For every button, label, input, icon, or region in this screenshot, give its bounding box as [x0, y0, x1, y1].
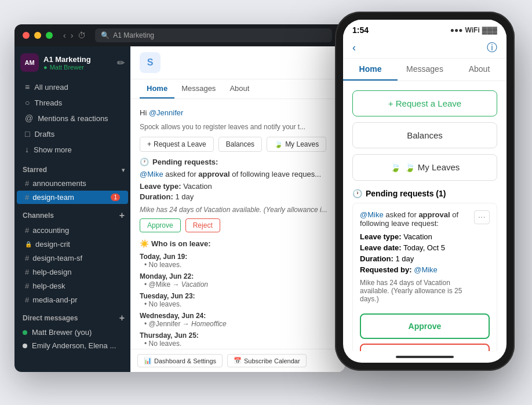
duration: Duration: 1 day: [140, 192, 336, 201]
phone-frame: 1:54 ●●● WiFi ▓▓▓ ‹ ⓘ Home Messages: [335, 12, 515, 371]
drafts-icon: □: [25, 129, 30, 138]
phone-plus-icon: +: [388, 98, 393, 108]
request-leave-button[interactable]: + Request a Leave: [140, 137, 214, 152]
hash-icon: #: [25, 282, 29, 290]
more-options-icon[interactable]: ···: [474, 210, 490, 224]
hash-icon: #: [25, 179, 29, 188]
my-leaves-button[interactable]: 🍃 My Leaves: [267, 137, 326, 152]
phone-status-bar: 1:54 ●●● WiFi ▓▓▓: [343, 20, 507, 37]
search-icon: 🔍: [101, 31, 110, 39]
phone-balances-button[interactable]: Balances: [352, 122, 497, 148]
workspace-avatar[interactable]: AM: [20, 53, 39, 72]
tab-home[interactable]: Home: [140, 79, 174, 98]
who-on-leave-section: ☀️ Who is on leave: Today, Jun 19: • No …: [140, 239, 336, 348]
tab-about[interactable]: About: [223, 79, 256, 98]
search-bar[interactable]: 🔍 A1 Marketing: [95, 28, 332, 42]
sidebar-channel-accounting[interactable]: # accounting: [17, 224, 128, 237]
channels-section: Channels + # accounting 🔒 design-crit: [14, 208, 130, 307]
mention-jennifer: @Jennifer: [149, 108, 183, 117]
all-unread-icon: ≡: [25, 82, 30, 92]
leaf-icon: 🍃: [274, 140, 283, 148]
sidebar-channel-help-design[interactable]: # help-design: [17, 265, 128, 279]
back-arrow-icon[interactable]: ‹: [63, 31, 66, 40]
phone-tabs: Home Messages About: [343, 59, 507, 81]
sidebar-channel-media-and-pr[interactable]: # media-and-pr: [17, 293, 128, 307]
day-entry-4: Thursday, Jun 25: • No leaves.: [140, 331, 336, 348]
hash-icon: #: [25, 295, 29, 304]
starred-section-header[interactable]: Starred ▾: [14, 163, 130, 176]
dm-section-header[interactable]: Direct messages +: [14, 311, 130, 326]
day-entry-0: Today, Jun 19: • No leaves.: [140, 253, 336, 269]
workspace-name[interactable]: A1 Marketing: [43, 55, 91, 64]
phone-info-button[interactable]: ⓘ: [487, 41, 497, 54]
edit-icon[interactable]: ✏: [117, 57, 125, 68]
away-status-icon: [23, 344, 27, 348]
close-button[interactable]: [23, 32, 30, 39]
window-nav: ‹ › ⏱: [63, 31, 86, 40]
minimize-button[interactable]: [34, 32, 41, 39]
dm-matt-brewer[interactable]: Matt Brewer (you): [14, 326, 130, 339]
phone-request-leave-button[interactable]: + Request a Leave: [352, 90, 497, 116]
phone-tab-home[interactable]: Home: [343, 59, 398, 81]
phone-leaf-icon: 🍃: [390, 162, 401, 173]
phone-reject-button[interactable]: Reject: [360, 344, 490, 351]
unread-badge: 1: [111, 194, 120, 201]
phone-tab-messages[interactable]: Messages: [398, 59, 452, 81]
sidebar-item-all-unread[interactable]: ≡ All unread: [17, 79, 128, 94]
phone-clock-icon: 🕐: [352, 189, 362, 198]
home-indicator: [343, 351, 507, 363]
sidebar-item-mentions[interactable]: @ Mentions & reactions: [17, 111, 128, 126]
day-entry-3: Wednesday, Jun 24: • @Jennifer → Homeoff…: [140, 312, 336, 328]
sidebar-channel-design-team-sf[interactable]: # design-team-sf: [17, 251, 128, 265]
pending-title: 🕐 Pending requests:: [140, 158, 336, 166]
tab-messages[interactable]: Messages: [174, 79, 223, 98]
spock-avatar: S: [140, 52, 161, 73]
action-buttons: + Request a Leave Balances 🍃 My Leaves: [140, 137, 336, 152]
forward-arrow-icon[interactable]: ›: [71, 31, 74, 40]
maximize-button[interactable]: [46, 32, 53, 39]
sun-icon: ☀️: [140, 239, 149, 248]
approve-reject-buttons: Approve Reject: [140, 218, 336, 232]
sidebar-header: AM A1 Marketing ● Matt Brewer ✏: [14, 46, 130, 76]
phone-screen: 1:54 ●●● WiFi ▓▓▓ ‹ ⓘ Home Messages: [343, 20, 507, 363]
phone-top-nav: ‹ ⓘ: [343, 37, 507, 59]
phone-my-leaves-button[interactable]: 🍃 🍃 My Leaves: [352, 154, 497, 181]
lock-icon: 🔒: [25, 241, 32, 247]
phone-action-row: Approve Reject Discuss: [360, 313, 490, 351]
clock-nav-icon[interactable]: ⏱: [78, 31, 86, 40]
dm-emily-anderson[interactable]: Emily Anderson, Elena ...: [14, 339, 130, 352]
sidebar: AM A1 Marketing ● Matt Brewer ✏: [14, 46, 130, 372]
bottom-bar: 📊 Dashboard & Settings 📅 Subscribe Calen…: [130, 349, 345, 372]
online-status-icon: [23, 330, 27, 335]
sidebar-channel-help-desk[interactable]: # help-desk: [17, 279, 128, 293]
starred-chevron-icon: ▾: [122, 167, 125, 173]
add-channel-icon[interactable]: +: [119, 210, 125, 221]
sidebar-channel-design-team[interactable]: # design-team 1: [17, 191, 128, 204]
starred-label: Starred: [23, 166, 47, 174]
sidebar-channel-announcements[interactable]: # announcements: [17, 177, 128, 190]
sidebar-nav: ≡ All unread ○ Threads @ Mentions & reac…: [14, 76, 130, 160]
phone-pending-card: @Mike asked for approval of following le…: [352, 203, 497, 351]
subscribe-calendar-button[interactable]: 📅 Subscribe Calendar: [227, 354, 307, 367]
reject-button[interactable]: Reject: [185, 218, 220, 232]
intro-text: Spock allows you to register leaves and …: [140, 123, 336, 131]
dashboard-settings-button[interactable]: 📊 Dashboard & Settings: [137, 354, 223, 367]
info-note: Mike has 24 days of Vacation available. …: [140, 206, 336, 214]
channel-tabs: Home Messages About: [130, 79, 345, 99]
mentions-icon: @: [25, 114, 33, 123]
phone-mention-mike: @Mike: [360, 210, 384, 219]
balances-button[interactable]: Balances: [218, 137, 262, 152]
channels-section-header[interactable]: Channels +: [14, 208, 130, 223]
phone-leave-type: Leave type: Vacation: [360, 232, 474, 241]
greeting-text: Hi @Jennifer: [140, 108, 336, 117]
sidebar-channel-design-crit[interactable]: 🔒 design-crit: [17, 238, 128, 251]
sidebar-item-drafts[interactable]: □ Drafts: [17, 126, 128, 141]
pending-section: 🕐 Pending requests: @Mike asked for appr…: [140, 158, 336, 232]
sidebar-item-show-more[interactable]: ↓ Show more: [17, 142, 128, 157]
add-dm-icon[interactable]: +: [119, 313, 125, 323]
approve-button[interactable]: Approve: [140, 218, 181, 232]
sidebar-item-threads[interactable]: ○ Threads: [17, 95, 128, 110]
phone-back-arrow[interactable]: ‹: [352, 42, 356, 54]
phone-approve-button[interactable]: Approve: [360, 313, 490, 339]
phone-tab-about[interactable]: About: [452, 59, 507, 81]
